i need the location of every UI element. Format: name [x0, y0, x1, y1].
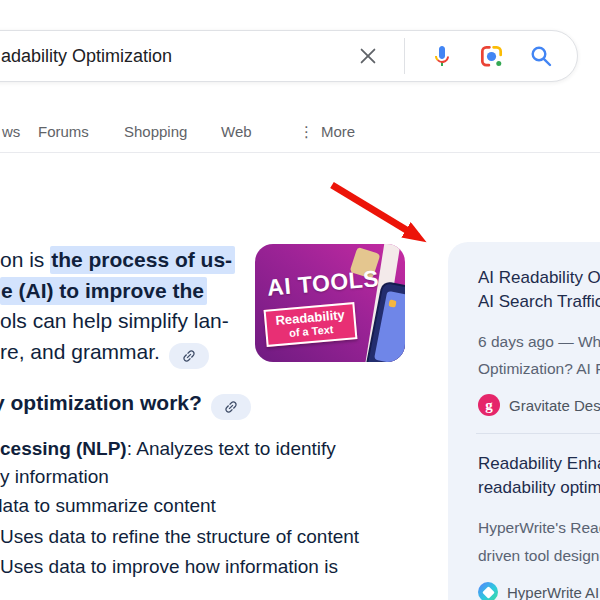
heading-text: y optimization work? [0, 391, 202, 414]
thumbnail-title: AI TOOLS [266, 265, 380, 302]
result-snippet: 6 days ago — Wha Optimization? AI F [478, 328, 600, 382]
voice-search-microphone-icon[interactable] [430, 44, 454, 68]
tabs-divider [0, 152, 600, 153]
search-bar[interactable]: adability Optimization [0, 30, 578, 82]
list-item-bold: cessing (NLP) [0, 438, 127, 459]
result-source-name: HyperWrite AI [507, 584, 599, 600]
hyperwrite-ai-logo [478, 582, 498, 600]
side-results-panel: AI Readability O AI Search Traffic 6 day… [448, 242, 600, 600]
result-title-link[interactable]: Readability Enha readability optim [478, 452, 600, 500]
tab-news[interactable]: ws [2, 123, 20, 140]
list-item: y information [0, 466, 109, 488]
list-item: Uses data to improve how information is [0, 556, 338, 578]
list-item: data to summarize content [0, 495, 216, 517]
tab-web[interactable]: Web [221, 123, 252, 140]
citation-link-icon[interactable] [211, 394, 251, 420]
more-dots-icon: ⋮ [299, 123, 314, 141]
search-submit-icon[interactable] [529, 44, 553, 68]
tab-more-label: More [321, 123, 355, 140]
searchbar-divider [404, 38, 405, 74]
result-thumbnail-image[interactable]: AI TOOLS Readability of a Text [255, 244, 405, 362]
overview-section-heading: y optimization work? [0, 391, 251, 420]
ai-overview-paragraph: on is the process of us- e (AI) to impro… [0, 245, 235, 369]
overview-highlighted-text: e (AI) to improve the [0, 277, 207, 305]
result-snippet-line: driven tool designe [478, 542, 600, 570]
tab-shopping[interactable]: Shopping [124, 123, 187, 140]
result-source-name: Gravitate Design [509, 397, 600, 414]
list-item: Uses data to refine the structure of con… [0, 526, 359, 548]
overview-text: ols can help simplify lan- [0, 309, 229, 332]
thumbnail-badge: Readability of a Text [264, 302, 358, 347]
list-item: cessing (NLP): Analyzes text to identify [0, 438, 336, 460]
google-lens-icon[interactable] [479, 44, 504, 69]
result-snippet: HyperWrite's Read driven tool designe [478, 514, 600, 570]
result-snippet-line: Optimization? AI F [478, 355, 600, 382]
search-tabs: ws Forums Shopping Web ⋮More [0, 123, 600, 147]
result-title-line: AI Search Traffic [478, 290, 600, 314]
gravitate-design-logo: g [478, 394, 500, 416]
overview-text: re, and grammar. [0, 340, 160, 363]
result-title-line: AI Readability O [478, 266, 600, 290]
result-title-link[interactable]: AI Readability O AI Search Traffic [478, 266, 600, 314]
results-divider [476, 433, 600, 434]
overview-text: on is [0, 248, 50, 271]
list-item-text: : Analyzes text to identify [127, 438, 336, 459]
result-source: g Gravitate Design [478, 394, 600, 416]
tab-more[interactable]: ⋮More [299, 123, 355, 141]
search-input[interactable]: adability Optimization [1, 46, 357, 67]
citation-link-icon[interactable] [169, 343, 209, 369]
overview-highlighted-text: the process of us- [50, 246, 235, 274]
tab-forums[interactable]: Forums [38, 123, 89, 140]
result-source: HyperWrite AI [478, 582, 600, 600]
result-snippet-line: 6 days ago — Wha [478, 328, 600, 355]
clear-search-icon[interactable] [357, 45, 379, 67]
result-title-line: Readability Enha [478, 452, 600, 476]
result-title-line: readability optim [478, 476, 600, 500]
result-snippet-line: HyperWrite's Read [478, 514, 600, 542]
